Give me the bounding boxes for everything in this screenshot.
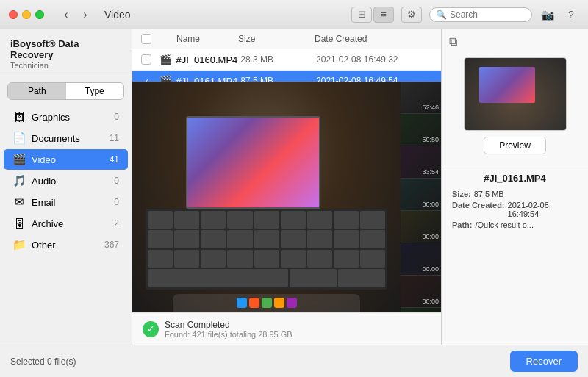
sidebar-item-count: 11 — [110, 133, 119, 143]
laptop-scene — [132, 82, 401, 312]
dock-bar — [173, 294, 361, 312]
video-preview-overlay: 52:46 50:50 33:54 00:00 — [132, 82, 441, 312]
toolbar-right: ⊞ ≡ ⚙ 🔍 📷 ? — [351, 7, 579, 23]
thumb-item[interactable]: 00:00 — [401, 308, 441, 312]
select-all-checkbox[interactable] — [141, 34, 151, 44]
thumbnail-screen — [479, 67, 535, 103]
back-button[interactable]: ‹ — [57, 6, 75, 24]
maximize-button[interactable] — [35, 10, 44, 19]
search-input[interactable] — [450, 10, 526, 20]
sidebar-item-audio[interactable]: 🎵 Audio 0 — [4, 170, 128, 191]
sidebar-item-label: Video — [32, 154, 104, 165]
sidebar-item-label: Graphics — [32, 112, 108, 123]
col-header-size: Size — [238, 34, 312, 44]
thumb-item[interactable]: 50:50 — [401, 114, 441, 146]
nav-controls: ‹ › — [57, 6, 94, 24]
list-view-button[interactable]: ≡ — [373, 7, 394, 23]
documents-icon: 📄 — [12, 132, 26, 145]
archive-icon: 🗄 — [12, 217, 26, 230]
thumb-item[interactable]: 00:00 — [401, 179, 441, 211]
col-header-date: Date Created — [315, 34, 432, 44]
dock-icon — [249, 298, 259, 308]
date-value: 2021-02-08 16:49:54 — [508, 201, 578, 218]
sidebar-list: 🖼 Graphics 0 📄 Documents 11 🎬 Video 41 🎵… — [0, 103, 132, 345]
title-bar: ‹ › Video ⊞ ≡ ⚙ 🔍 📷 ? — [0, 0, 588, 29]
scan-label: Scan Completed — [165, 320, 293, 330]
close-button[interactable] — [9, 10, 18, 19]
sidebar: iBoysoft® Data Recovery Technician Path … — [0, 29, 132, 345]
laptop-keyboard — [146, 209, 387, 290]
thumb-time: 33:54 — [422, 168, 439, 176]
forward-button[interactable]: › — [76, 6, 94, 24]
sidebar-item-other[interactable]: 📁 Other 367 — [4, 234, 128, 255]
thumb-time: 00:00 — [422, 233, 439, 240]
copy-icon[interactable]: ⧉ — [442, 29, 465, 54]
content-area: Name Size Date Created 🎬 #JI_0160.MP4 28… — [132, 29, 441, 345]
col-header-name: Name — [176, 34, 235, 44]
video-preview-main — [132, 82, 401, 312]
sidebar-item-video[interactable]: 🎬 Video 41 — [4, 149, 128, 170]
sidebar-item-count: 2 — [114, 218, 119, 229]
view-toggle: ⊞ ≡ — [351, 7, 394, 23]
date-label: Date Created: — [452, 201, 505, 218]
table-row[interactable]: 🎬 #JI_0160.MP4 28.3 MB 2021-02-08 16:49:… — [132, 49, 441, 71]
scan-status-text: Scan Completed Found: 421 file(s) totali… — [165, 320, 293, 339]
path-label: Path: — [452, 220, 473, 229]
recover-button[interactable]: Recover — [510, 351, 578, 372]
email-icon: ✉ — [12, 195, 26, 209]
grid-view-button[interactable]: ⊞ — [351, 7, 372, 23]
sidebar-tabs: Path Type — [7, 82, 124, 100]
preview-button[interactable]: Preview — [484, 137, 546, 154]
filter-button[interactable]: ⚙ — [401, 7, 422, 23]
dock-icon — [262, 298, 272, 308]
traffic-lights — [9, 10, 44, 19]
selected-info: Selected 0 file(s) — [10, 356, 510, 367]
thumb-time: 00:00 — [422, 298, 439, 305]
sidebar-item-documents[interactable]: 📄 Documents 11 — [4, 128, 128, 148]
preview-thumbnail — [464, 57, 567, 131]
scan-complete-icon: ✓ — [143, 321, 159, 337]
file-name: #JI_0160.MP4 — [176, 54, 238, 65]
info-row-path: Path: /Quick result o... — [452, 220, 578, 229]
minimize-button[interactable] — [22, 10, 31, 19]
window-title: Video — [104, 9, 131, 21]
audio-icon: 🎵 — [12, 174, 26, 187]
sidebar-item-label: Email — [32, 197, 108, 208]
app-edition: Technician — [10, 61, 121, 70]
tab-path[interactable]: Path — [8, 83, 66, 99]
sidebar-item-count: 0 — [114, 176, 119, 186]
row1-checkbox[interactable] — [141, 54, 151, 65]
sidebar-item-email[interactable]: ✉ Email 0 — [4, 192, 128, 212]
tab-type[interactable]: Type — [66, 83, 124, 99]
thumbnail-strip: 52:46 50:50 33:54 00:00 — [401, 82, 441, 312]
dock-icon — [237, 298, 247, 308]
file-rows: 🎬 #JI_0160.MP4 28.3 MB 2021-02-08 16:49:… — [132, 49, 441, 312]
preview-panel: ⧉ Preview #JI_0161.MP4 Size: 87.5 MB Dat… — [441, 29, 588, 345]
sidebar-item-label: Documents — [32, 133, 104, 144]
video-icon: 🎬 — [12, 153, 26, 166]
thumb-item[interactable]: 52:46 — [401, 82, 441, 114]
sidebar-item-label: Audio — [32, 176, 108, 187]
main-layout: iBoysoft® Data Recovery Technician Path … — [0, 29, 588, 345]
thumb-item[interactable]: 00:00 — [401, 243, 441, 276]
sidebar-item-count: 0 — [114, 112, 119, 122]
sidebar-header: iBoysoft® Data Recovery Technician — [0, 29, 132, 76]
size-label: Size: — [452, 190, 471, 198]
scan-bar: ✓ Scan Completed Found: 421 file(s) tota… — [132, 312, 441, 345]
sidebar-item-graphics[interactable]: 🖼 Graphics 0 — [4, 107, 128, 127]
file-date: 2021-02-08 16:49:32 — [316, 54, 432, 65]
sidebar-item-archive[interactable]: 🗄 Archive 2 — [4, 213, 128, 234]
sidebar-item-count: 41 — [110, 154, 119, 165]
other-icon: 📁 — [12, 238, 26, 251]
file-list-header: Name Size Date Created — [132, 29, 441, 49]
thumb-item[interactable]: 00:00 — [401, 211, 441, 243]
thumb-time: 00:00 — [422, 201, 439, 208]
help-button[interactable]: ? — [563, 7, 579, 23]
info-row-date: Date Created: 2021-02-08 16:49:54 — [452, 201, 578, 218]
search-box: 🔍 — [429, 7, 532, 22]
sidebar-item-count: 0 — [114, 197, 119, 207]
thumb-item[interactable]: 00:00 — [401, 276, 441, 308]
thumb-item[interactable]: 33:54 — [401, 146, 441, 179]
camera-button[interactable]: 📷 — [539, 7, 556, 23]
panel-info: Size: 87.5 MB Date Created: 2021-02-08 1… — [442, 188, 588, 233]
